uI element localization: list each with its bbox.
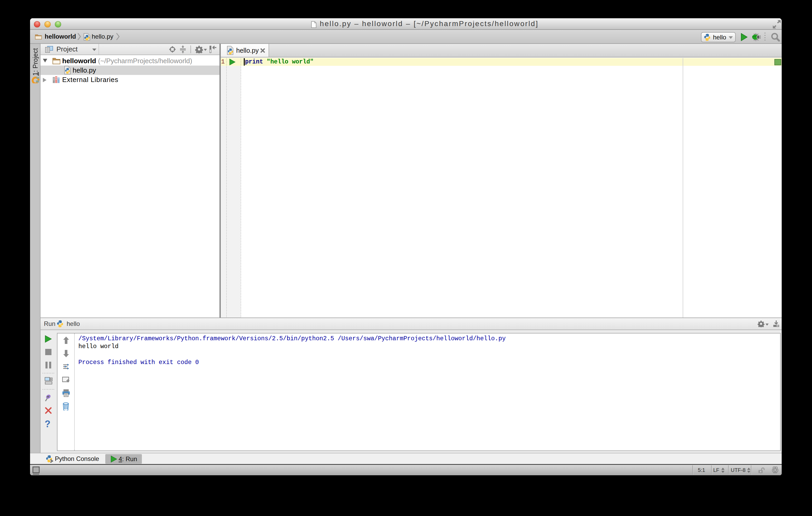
svg-text:1: Project: 1: Project xyxy=(32,48,39,76)
